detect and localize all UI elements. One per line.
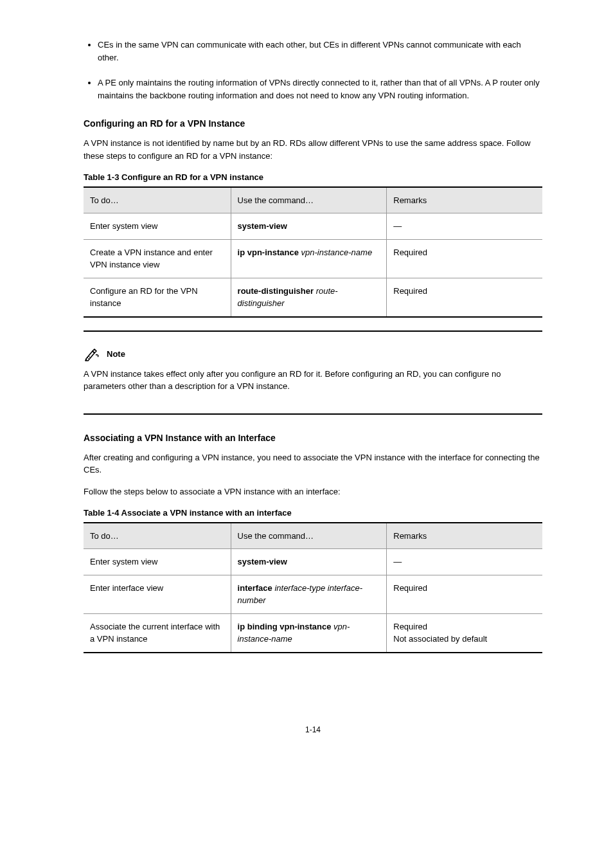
table-cell: RequiredNot associated by default bbox=[387, 613, 542, 653]
table-associate-interface: To do… Use the command… Remarks Enter sy… bbox=[84, 522, 542, 653]
table-cell: Enter system view bbox=[84, 213, 231, 240]
table-cell: Required bbox=[387, 239, 542, 278]
table-row: Configure an RD for the VPN instance rou… bbox=[84, 278, 542, 317]
table-cell: Required bbox=[387, 278, 542, 317]
table-row: Enter system view system-view — bbox=[84, 213, 542, 240]
table-cell: Required bbox=[387, 575, 542, 613]
table-row: Enter interface view interface interface… bbox=[84, 575, 542, 613]
section-para-1: After creating and configuring a VPN ins… bbox=[84, 451, 542, 476]
table-cell: Associate the current interface with a V… bbox=[84, 613, 231, 653]
table-cell: — bbox=[387, 213, 542, 240]
table-cell: interface interface-type interface-numbe… bbox=[231, 575, 387, 613]
table-header-cell: Use the command… bbox=[231, 187, 387, 213]
table-cell: system-view bbox=[231, 549, 387, 575]
table-header-cell: Remarks bbox=[387, 187, 542, 213]
table-cell: Enter system view bbox=[84, 549, 231, 575]
table-row: Enter system view system-view — bbox=[84, 549, 542, 575]
section-para-2: Follow the steps below to associate a VP… bbox=[84, 485, 542, 498]
note-header: Note bbox=[84, 347, 542, 361]
note-text: A VPN instance takes effect only after y… bbox=[84, 368, 542, 393]
table-cell: — bbox=[387, 549, 542, 575]
note-block: Note A VPN instance takes effect only af… bbox=[84, 330, 542, 415]
table-cell: Configure an RD for the VPN instance bbox=[84, 278, 231, 317]
table-caption-associate-interface: Table 1-4 Associate a VPN instance with … bbox=[84, 507, 542, 520]
table-cell: system-view bbox=[231, 213, 387, 240]
table-cell: route-distinguisher route-distinguisher bbox=[231, 278, 387, 317]
bullet-item: A PE only maintains the routing informat… bbox=[98, 77, 542, 102]
table-row: Create a VPN instance and enter VPN inst… bbox=[84, 239, 542, 278]
table-cell: Enter interface view bbox=[84, 575, 231, 613]
intro-bullet-list: CEs in the same VPN can communicate with… bbox=[84, 39, 542, 102]
note-label: Note bbox=[107, 348, 125, 361]
table-header-cell: To do… bbox=[84, 187, 231, 213]
table-cell: ip binding vpn-instance vpn-instance-nam… bbox=[231, 613, 387, 653]
table-configure-rd: To do… Use the command… Remarks Enter sy… bbox=[84, 186, 542, 318]
page-number: 1-14 bbox=[84, 724, 542, 736]
table-header-cell: Use the command… bbox=[231, 523, 387, 549]
table-cell: Create a VPN instance and enter VPN inst… bbox=[84, 239, 231, 278]
section-heading-associate-interface: Associating a VPN Instance with an Inter… bbox=[84, 431, 542, 445]
section-heading-configure-rd: Configuring an RD for a VPN Instance bbox=[84, 117, 542, 131]
table-header-cell: Remarks bbox=[387, 523, 542, 549]
bullet-item: CEs in the same VPN can communicate with… bbox=[98, 39, 542, 64]
note-icon bbox=[84, 347, 102, 361]
table-header-cell: To do… bbox=[84, 523, 231, 549]
section-body-configure-rd: A VPN instance is not identified by name… bbox=[84, 137, 542, 162]
table-caption-configure-rd: Table 1-3 Configure an RD for a VPN inst… bbox=[84, 171, 542, 184]
table-cell: ip vpn-instance vpn-instance-name bbox=[231, 239, 387, 278]
table-row: Associate the current interface with a V… bbox=[84, 613, 542, 653]
document-page: CEs in the same VPN can communicate with… bbox=[0, 0, 613, 868]
